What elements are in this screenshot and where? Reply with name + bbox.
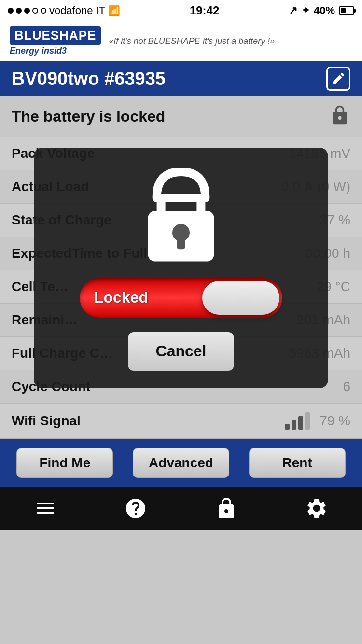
nav-settings-button[interactable] [297, 489, 336, 528]
dot2 [16, 8, 22, 14]
status-bar: vodafone IT 📶 19:42 ↗ ✦ 40% [0, 0, 362, 21]
rent-button[interactable]: Rent [249, 448, 346, 478]
device-title: BV090two #63935 [12, 69, 166, 89]
location-icon: ↗ [289, 4, 297, 17]
status-right: ↗ ✦ 40% [289, 4, 354, 17]
bottom-nav [0, 487, 362, 530]
edit-button[interactable] [326, 67, 350, 91]
nav-list-button[interactable] [26, 489, 65, 528]
status-time: 19:42 [190, 4, 219, 17]
logo-sub: Energy insid3 [10, 46, 67, 56]
nav-lock-button[interactable] [207, 489, 246, 528]
cancel-button[interactable]: Cancel [128, 332, 234, 371]
dot1 [8, 8, 14, 14]
battery-fill [341, 8, 346, 13]
lock-nav-icon [215, 497, 238, 520]
dot3 [24, 8, 30, 14]
logo-text: BLUESHAPE [10, 26, 101, 45]
advanced-button[interactable]: Advanced [133, 448, 229, 478]
dot5 [41, 8, 46, 14]
settings-icon [305, 497, 328, 520]
app-header: BLUESHAPE Energy insid3 «If it's not BLU… [0, 21, 362, 61]
wifi-icon: 📶 [108, 5, 120, 16]
edit-icon [331, 71, 346, 86]
status-left: vodafone IT 📶 [8, 4, 120, 17]
find-me-button[interactable]: Find Me [16, 448, 113, 478]
svg-rect-5 [177, 237, 185, 249]
list-icon [34, 497, 57, 520]
logo-container: BLUESHAPE Energy insid3 [10, 26, 101, 56]
bottom-actions: Find Me Advanced Rent [0, 439, 362, 487]
toggle-label: Locked [94, 289, 148, 307]
battery-percent: 40% [314, 4, 335, 17]
lock-icon-large [138, 167, 224, 264]
help-icon [124, 497, 147, 520]
content-area: The battery is locked Pack Voltage 14185… [0, 96, 362, 439]
toggle-thumb[interactable] [202, 281, 279, 315]
bluetooth-icon: ✦ [301, 4, 310, 17]
toggle-track[interactable]: Locked [80, 278, 282, 318]
dot4 [32, 8, 38, 14]
title-bar: BV090two #63935 [0, 61, 362, 96]
modal-overlay: Locked Cancel [0, 96, 362, 439]
toggle-container[interactable]: Locked [53, 278, 309, 318]
nav-help-button[interactable] [116, 489, 155, 528]
battery-icon [339, 6, 354, 15]
modal-box: Locked Cancel [34, 148, 328, 388]
tagline: «If it's not BLUESHAPE it's just a batte… [109, 36, 352, 46]
signal-dots [8, 8, 46, 14]
carrier-label: vodafone IT [49, 4, 105, 17]
